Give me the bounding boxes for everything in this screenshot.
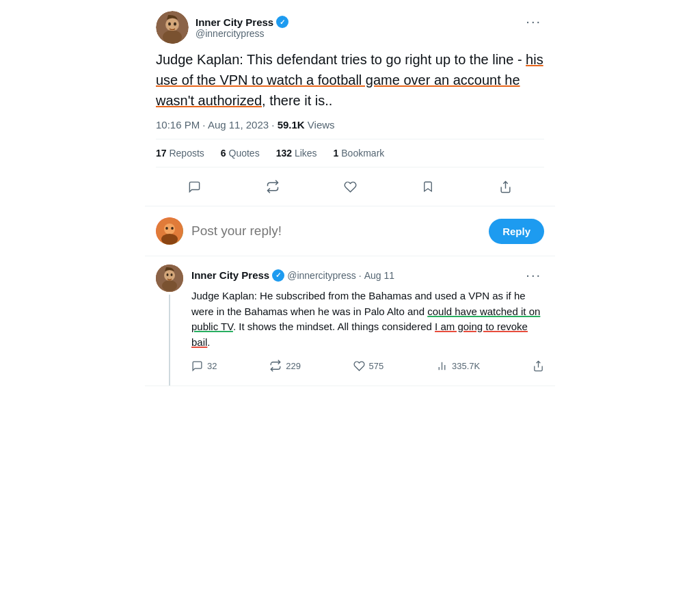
reply-tweet: Inner City Press ✓ @innercitypress · Aug… (145, 256, 555, 386)
tweet-views-label: Views (308, 119, 335, 131)
svg-point-10 (165, 227, 168, 230)
display-name-row: Inner City Press ✓ (196, 16, 288, 28)
quotes-stat[interactable]: 6 Quotes (221, 148, 260, 159)
tweet-views-count: 59.1K (278, 119, 305, 131)
reply-retweet-count: 229 (286, 361, 301, 371)
reply-tweet-avatar (156, 265, 183, 292)
reply-like-button[interactable]: 575 (353, 360, 384, 372)
reply-stats-icon (436, 360, 448, 372)
reply-tweet-inner: Inner City Press ✓ @innercitypress · Aug… (156, 265, 544, 386)
quotes-count: 6 (221, 148, 226, 159)
reply-date: Aug 11 (364, 270, 394, 281)
svg-point-16 (167, 273, 169, 276)
likes-stat[interactable]: 132 Likes (276, 148, 317, 159)
svg-point-14 (162, 280, 177, 291)
svg-point-11 (171, 227, 174, 230)
svg-point-17 (171, 273, 173, 276)
reply-retweet-icon (269, 360, 282, 372)
verified-badge: ✓ (276, 16, 288, 28)
reply-avatar-col (156, 265, 183, 386)
reply-display-name: Inner City Press (191, 269, 269, 281)
tweet-actions (156, 170, 544, 206)
reply-box: Reply (145, 206, 555, 256)
username: @innercitypress (196, 28, 288, 39)
thread-line (169, 295, 170, 386)
reply-dot: · (359, 270, 362, 281)
comment-icon (188, 180, 201, 193)
avatar (156, 11, 189, 44)
likes-count: 132 (276, 148, 292, 159)
svg-point-15 (165, 271, 175, 281)
quotes-label: Quotes (229, 148, 260, 159)
tweet-timestamp: 10:16 PM · Aug 11, 2023 · (156, 119, 278, 131)
reply-tweet-text: Judge Kaplan: He subscribed from the Bah… (191, 288, 544, 350)
reposts-stat[interactable]: 17 Reposts (156, 148, 204, 159)
display-name: Inner City Press (196, 16, 273, 28)
svg-point-3 (166, 18, 178, 31)
reply-like-count: 575 (369, 361, 384, 371)
reply-comment-button[interactable]: 32 (191, 360, 217, 372)
reply-input[interactable] (191, 224, 481, 239)
reposts-count: 17 (156, 148, 167, 159)
reply-submit-button[interactable]: Reply (489, 219, 544, 244)
reply-actions: 32 229 575 (191, 357, 544, 380)
reply-views-button[interactable]: 335.7K (436, 360, 480, 372)
tweet-text: Judge Kaplan: This defendant tries to go… (156, 49, 544, 111)
reply-verified-badge: ✓ (272, 269, 284, 282)
user-info: Inner City Press ✓ @innercitypress (196, 16, 288, 39)
reply-share-icon (533, 360, 544, 372)
reply-more-options-button[interactable]: ··· (523, 265, 544, 286)
retweet-icon (266, 180, 280, 193)
tweet-header: Inner City Press ✓ @innercitypress ··· (156, 11, 544, 44)
reply-header-left: Inner City Press ✓ @innercitypress · Aug… (191, 269, 394, 282)
reply-retweet-button[interactable]: 229 (269, 360, 301, 372)
reply-text-part-5: . (207, 336, 210, 348)
svg-point-8 (164, 224, 175, 234)
more-options-button[interactable]: ··· (523, 11, 544, 32)
reply-comment-count: 32 (207, 361, 217, 371)
svg-point-5 (174, 23, 176, 26)
reply-views-count: 335.7K (452, 361, 480, 371)
likes-label: Likes (295, 148, 317, 159)
reply-share-button[interactable] (533, 360, 544, 372)
reply-content: Inner City Press ✓ @innercitypress · Aug… (191, 265, 544, 386)
like-button[interactable] (337, 176, 364, 198)
comment-button[interactable] (181, 176, 208, 198)
reply-username: @innercitypress (287, 270, 356, 281)
reply-text-part-3: . It shows the mindset. All things consi… (233, 321, 435, 332)
reply-comment-icon (191, 360, 203, 372)
bookmark-button[interactable] (415, 176, 441, 197)
tweet-meta: 10:16 PM · Aug 11, 2023 · 59.1K Views (156, 119, 544, 131)
like-icon (344, 180, 357, 193)
svg-point-2 (163, 30, 182, 44)
svg-point-4 (168, 23, 171, 26)
bookmarks-stat[interactable]: 1 Bookmark (334, 148, 385, 159)
bookmark-icon (422, 180, 434, 193)
reposts-label: Reposts (169, 148, 204, 159)
tweet-header-left: Inner City Press ✓ @innercitypress (156, 11, 288, 44)
tweet-stats: 17 Reposts 6 Quotes 132 Likes 1 Bookmark (156, 139, 544, 167)
reply-like-icon (353, 360, 365, 372)
tweet-text-part-1: Judge Kaplan: This defendant tries to go… (156, 52, 526, 67)
reply-box-avatar (156, 217, 183, 245)
svg-point-9 (161, 234, 178, 245)
share-icon (499, 180, 512, 193)
main-tweet: Inner City Press ✓ @innercitypress ··· J… (145, 0, 555, 206)
bookmarks-label: Bookmark (341, 148, 384, 159)
retweet-button[interactable] (259, 176, 286, 198)
bookmarks-count: 1 (334, 148, 339, 159)
share-button[interactable] (492, 176, 519, 198)
reply-header: Inner City Press ✓ @innercitypress · Aug… (191, 265, 544, 286)
tweet-text-part-3: , there it is.. (262, 93, 332, 108)
